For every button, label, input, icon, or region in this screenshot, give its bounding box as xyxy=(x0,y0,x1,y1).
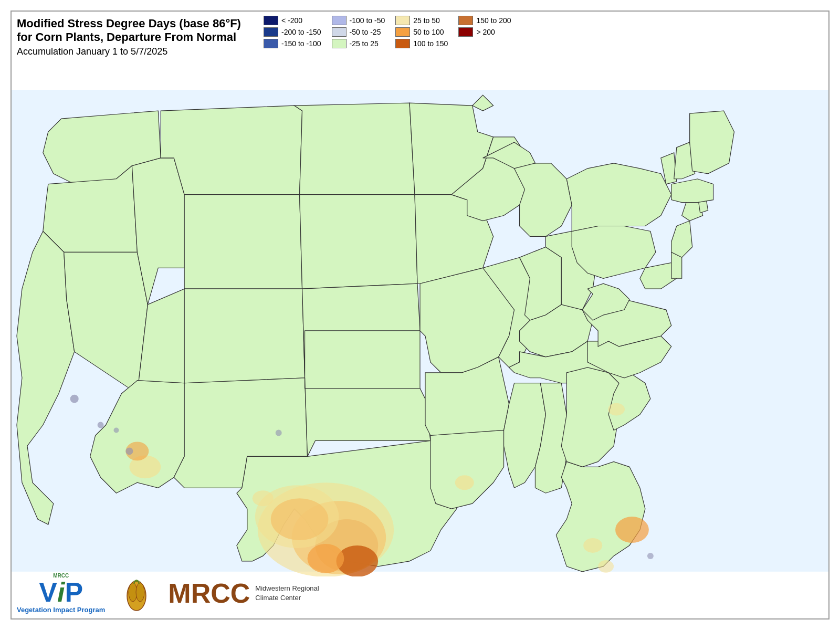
legend-item-gt-200: > 200 xyxy=(458,27,511,37)
gray-dot-fl xyxy=(647,553,654,559)
vip-logo: MRCC V i P Vegetation Impact Program xyxy=(17,573,105,614)
legend-swatch-150-200 xyxy=(458,16,473,25)
gray-dot-ca2 xyxy=(98,422,104,428)
legend-label-25-50: 25 to 50 xyxy=(413,16,440,25)
state-wyoming xyxy=(184,195,302,289)
legend-swatch-n150-n100 xyxy=(264,39,278,48)
vip-p-letter: P xyxy=(65,579,83,606)
header: Modified Stress Degree Days (base 86°F) … xyxy=(17,17,241,57)
warm-blob-louisiana xyxy=(455,475,474,490)
legend-label-50-100: 50 to 100 xyxy=(413,28,444,36)
warm-blob-ga-sc xyxy=(608,403,625,416)
legend-item-n25-25: -25 to 25 xyxy=(332,39,385,48)
state-maine xyxy=(690,111,734,174)
legend-swatch-n25-25 xyxy=(332,39,346,48)
legend-label-n150-n100: -150 to -100 xyxy=(281,39,321,48)
legend-item-150-200: 150 to 200 xyxy=(458,16,511,25)
state-north-dakota xyxy=(295,103,415,195)
gray-dot-ca3 xyxy=(114,428,119,433)
legend-item-lt-200: < -200 xyxy=(264,16,321,25)
legend-label-150-200: 150 to 200 xyxy=(476,16,511,25)
legend-item-n200-n150: -200 to -150 xyxy=(264,27,321,37)
legend-label-n25-25: -25 to 25 xyxy=(350,39,379,48)
legend-swatch-100-150 xyxy=(395,39,410,48)
vip-i-letter: i xyxy=(57,579,65,606)
legend-item-n100-n50: -100 to -50 xyxy=(332,16,385,25)
mrcc-line2: Climate Center xyxy=(255,593,319,603)
state-south-dakota xyxy=(300,195,417,289)
mrcc-logo-text: MRCC xyxy=(168,580,250,607)
legend-swatch-n100-n50 xyxy=(332,16,346,25)
gray-dot-nm xyxy=(276,430,282,436)
state-montana xyxy=(161,106,302,195)
corn-logo-svg xyxy=(116,572,158,614)
map-area xyxy=(12,85,828,576)
gray-dot-az xyxy=(125,447,133,455)
legend-swatch-50-100 xyxy=(395,27,410,37)
legend-item-n150-n100: -150 to -100 xyxy=(264,39,321,48)
gray-dot-ca1 xyxy=(70,395,79,403)
legend-swatch-n50-n25 xyxy=(332,27,346,37)
vip-v-letter: V xyxy=(39,579,57,606)
legend-label-100-150: 100 to 150 xyxy=(413,39,448,48)
legend-item-25-50: 25 to 50 xyxy=(395,16,448,25)
legend-swatch-gt-200 xyxy=(458,27,473,37)
legend-label-n50-n25: -50 to -25 xyxy=(350,28,381,36)
legend-item-100-150: 100 to 150 xyxy=(395,39,448,48)
mrcc-subtitle: Midwestern Regional Climate Center xyxy=(255,584,319,603)
legend-label-n100-n50: -100 to -50 xyxy=(350,16,385,25)
svg-point-2 xyxy=(136,583,144,602)
warm-blob-mexico-border xyxy=(308,544,344,573)
state-kansas xyxy=(305,331,420,388)
state-colorado xyxy=(184,289,304,383)
main-container: Modified Stress Degree Days (base 86°F) … xyxy=(10,10,830,620)
vegetation-impact-label: Vegetation Impact Program xyxy=(17,606,105,614)
title-line2: for Corn Plants, Departure From Normal xyxy=(17,30,241,44)
warm-blob-florida-s xyxy=(598,560,614,573)
legend-item-50-100: 50 to 100 xyxy=(395,27,448,37)
mrcc-section: MRCC Midwestern Regional Climate Center xyxy=(168,580,319,607)
legend-swatch-lt-200 xyxy=(264,16,278,25)
legend-item-empty xyxy=(458,39,511,48)
warm-blob-nm-tx xyxy=(253,490,274,506)
legend-label-lt-200: < -200 xyxy=(281,16,302,25)
legend-swatch-n200-n150 xyxy=(264,27,278,37)
legend-item-n50-n25: -50 to -25 xyxy=(332,27,385,37)
title-line1: Modified Stress Degree Days (base 86°F) xyxy=(17,17,241,30)
legend-label-gt-200: > 200 xyxy=(476,28,495,36)
vip-letters: V i P xyxy=(39,579,83,606)
warm-blob-florida-se xyxy=(615,517,649,543)
footer: MRCC V i P Vegetation Impact Program MRC… xyxy=(17,572,319,614)
corn-logo xyxy=(116,572,158,614)
legend-label-n200-n150: -200 to -150 xyxy=(281,28,321,36)
mrcc-line1: Midwestern Regional xyxy=(255,584,319,593)
us-map-svg xyxy=(12,85,828,576)
title-line3: Accumulation January 1 to 5/7/2025 xyxy=(17,46,241,57)
warm-blob-florida-sw xyxy=(583,538,602,553)
legend-swatch-25-50 xyxy=(395,16,410,25)
legend: < -200 -100 to -50 25 to 50 150 to 200 -… xyxy=(264,16,511,48)
